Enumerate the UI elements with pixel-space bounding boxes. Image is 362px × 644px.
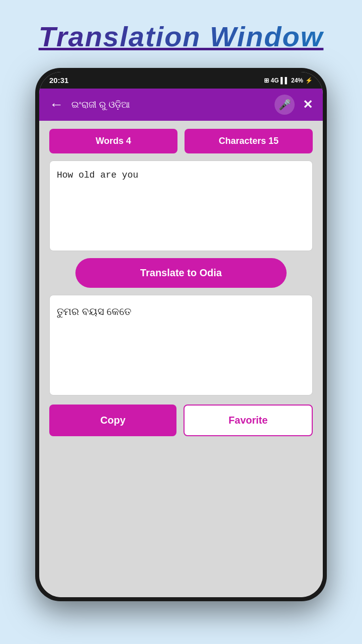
output-text-box: ତୁମର ବୟସ କେତେ: [49, 295, 313, 395]
phone-wrapper: 20:31 ⊞ 4G ▌▌ 24% ⚡ ← ଇଂରାଜୀ ରୁ ଓଡ଼ିଆ 🎤 …: [0, 68, 362, 601]
input-text-box[interactable]: How old are you: [49, 160, 313, 251]
translate-button[interactable]: Translate to Odia: [75, 258, 286, 288]
favorite-button[interactable]: Favorite: [184, 405, 313, 436]
copy-button[interactable]: Copy: [49, 405, 176, 436]
close-button[interactable]: ✕: [303, 98, 313, 112]
back-button[interactable]: ←: [49, 97, 63, 113]
phone-frame: 20:31 ⊞ 4G ▌▌ 24% ⚡ ← ଇଂରାଜୀ ରୁ ଓଡ଼ିଆ 🎤 …: [35, 68, 327, 601]
charging-icon: ⚡: [305, 77, 313, 84]
page-title: Translation Window: [0, 20, 362, 53]
battery-indicator: 24%: [291, 77, 303, 84]
toolbar: ← ଇଂରାଜୀ ରୁ ଓଡ଼ିଆ 🎤 ✕: [39, 89, 323, 121]
status-right: ⊞ 4G ▌▌ 24% ⚡: [264, 77, 313, 84]
status-bar: 20:31 ⊞ 4G ▌▌ 24% ⚡: [39, 72, 323, 89]
content-area: Words 4 Characters 15 How old are you Tr…: [39, 121, 323, 597]
phone-screen: 20:31 ⊞ 4G ▌▌ 24% ⚡ ← ଇଂରାଜୀ ରୁ ଓଡ଼ିଆ 🎤 …: [39, 72, 323, 597]
characters-count-button[interactable]: Characters 15: [185, 129, 313, 153]
action-row: Copy Favorite: [49, 405, 313, 436]
mic-icon: 🎤: [279, 99, 291, 111]
toolbar-title: ଇଂରାଜୀ ରୁ ଓଡ଼ିଆ: [71, 100, 266, 110]
stats-row: Words 4 Characters 15: [49, 129, 313, 153]
status-time: 20:31: [49, 76, 68, 85]
network-icon: ⊞ 4G ▌▌: [264, 77, 289, 84]
words-count-button[interactable]: Words 4: [49, 129, 177, 153]
page-title-section: Translation Window: [0, 0, 362, 63]
microphone-button[interactable]: 🎤: [275, 95, 295, 115]
